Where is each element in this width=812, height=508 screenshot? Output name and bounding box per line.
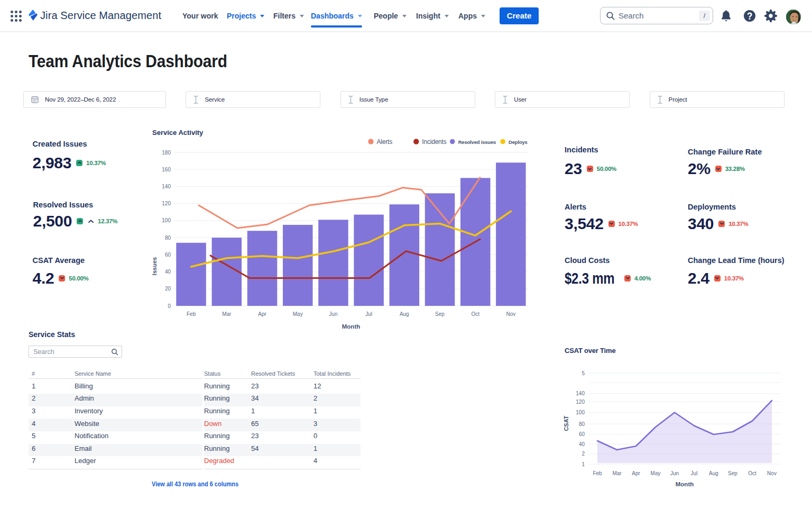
svg-text:Apr: Apr: [632, 470, 640, 476]
svg-text:120: 120: [576, 399, 585, 405]
svg-text:100: 100: [162, 217, 171, 223]
svg-text:Alerts: Alerts: [377, 138, 393, 146]
svg-text:Resolved issues: Resolved issues: [458, 139, 496, 145]
svg-text:Mar: Mar: [612, 470, 622, 476]
svg-text:Aug: Aug: [709, 470, 718, 476]
svg-text:Feb: Feb: [187, 311, 196, 317]
svg-text:Jun: Jun: [670, 470, 679, 476]
svg-text:0: 0: [168, 303, 171, 309]
svg-text:Sep: Sep: [435, 311, 445, 317]
svg-text:120: 120: [162, 201, 171, 206]
svg-text:Jul: Jul: [691, 470, 698, 476]
svg-text:Month: Month: [676, 481, 694, 487]
svg-text:Nov: Nov: [506, 311, 516, 317]
svg-text:Nov: Nov: [767, 470, 777, 476]
svg-text:80: 80: [579, 421, 585, 427]
svg-text:May: May: [651, 470, 661, 476]
svg-text:Mar: Mar: [222, 311, 232, 317]
svg-text:140: 140: [576, 391, 585, 396]
svg-text:40: 40: [579, 441, 585, 447]
svg-text:Sep: Sep: [728, 470, 737, 476]
svg-text:May: May: [293, 311, 303, 317]
svg-text:Apr: Apr: [258, 311, 266, 317]
svg-text:40: 40: [165, 269, 171, 275]
svg-text:60: 60: [165, 252, 171, 258]
svg-text:Aug: Aug: [400, 311, 409, 317]
svg-text:140: 140: [162, 184, 171, 189]
svg-text:20: 20: [165, 286, 171, 292]
svg-text:Issues: Issues: [151, 257, 158, 275]
svg-text:180: 180: [162, 150, 171, 156]
svg-text:Jul: Jul: [365, 311, 372, 317]
svg-text:60: 60: [579, 431, 585, 437]
svg-text:Oct: Oct: [748, 470, 756, 476]
svg-text:CSAT: CSAT: [563, 415, 569, 431]
svg-text:2: 2: [582, 451, 585, 457]
svg-text:Oct: Oct: [471, 311, 479, 317]
svg-text:160: 160: [162, 167, 171, 173]
svg-text:Month: Month: [342, 323, 360, 330]
svg-text:1: 1: [582, 461, 585, 467]
svg-text:Incidents: Incidents: [422, 138, 446, 146]
svg-text:5: 5: [582, 370, 585, 376]
svg-text:100: 100: [576, 410, 585, 415]
svg-text:Deploys: Deploys: [509, 139, 528, 145]
svg-text:Feb: Feb: [593, 470, 602, 476]
svg-text:Jun: Jun: [329, 311, 337, 317]
svg-text:80: 80: [165, 235, 171, 241]
